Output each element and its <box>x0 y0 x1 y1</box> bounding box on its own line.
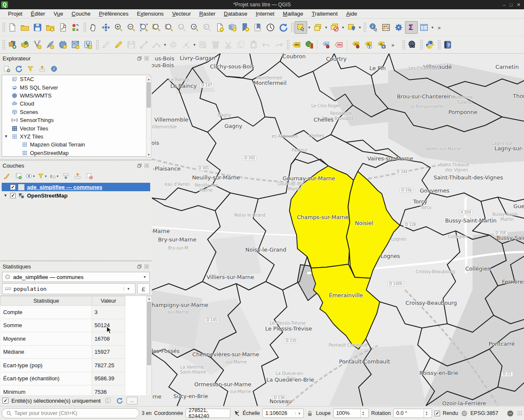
lock-scale-icon[interactable] <box>306 410 313 417</box>
explorer-properties-button[interactable]: i <box>49 64 59 74</box>
add-feature-dropdown[interactable]: ▼ <box>163 38 167 51</box>
browser-scrollbar[interactable]: ▲ ▼ <box>146 76 151 157</box>
new-shapefile-layer-button[interactable] <box>31 38 44 51</box>
toolbar-handle[interactable] <box>2 39 5 50</box>
deselect-features-dropdown[interactable]: ▼ <box>341 21 345 34</box>
filter-by-expression-button[interactable]: ε▼ <box>49 171 59 181</box>
explorer-collapse-all-button[interactable] <box>37 64 47 74</box>
menu-extensions[interactable]: Extensions <box>133 10 168 18</box>
project-open-button[interactable] <box>19 21 31 34</box>
browser-float-button[interactable] <box>136 55 142 61</box>
explorer-filter-button[interactable] <box>25 64 35 74</box>
chevron-down-icon[interactable]: ▼ <box>124 287 133 291</box>
toolbar-handle[interactable] <box>363 22 366 33</box>
data-source-manager-button[interactable] <box>6 38 19 51</box>
browser-item-vector-tiles[interactable]: Vector Tiles <box>2 124 150 132</box>
show-hidden-labels-button[interactable]: ab <box>363 38 375 51</box>
copy-statistics-button[interactable] <box>104 396 112 405</box>
browser-item-sensorthings[interactable]: SensorThings <box>2 116 150 124</box>
menu-diter[interactable]: Éditer <box>27 10 49 18</box>
zoom-last-button[interactable] <box>188 21 201 34</box>
new-virtual-layer-button[interactable] <box>82 38 95 51</box>
minimize-button[interactable]: – <box>503 2 505 8</box>
menu-vecteur[interactable]: Vecteur <box>168 10 194 18</box>
new-mesh-layer-button[interactable] <box>69 38 82 51</box>
style-manager-button[interactable]: a <box>69 21 82 34</box>
pan-map-button[interactable] <box>87 21 100 34</box>
show-bookmarks-button[interactable] <box>251 21 264 34</box>
open-attribute-table-dropdown[interactable]: ▼ <box>430 21 435 34</box>
select-by-location-dropdown[interactable]: ▼ <box>358 21 362 34</box>
toolbar-handle[interactable] <box>402 39 405 50</box>
vertex-tool-dropdown[interactable]: ▼ <box>192 38 197 51</box>
map-canvas[interactable]: us-Boisous-BoisLivry-GarganCoubronCourtr… <box>152 54 524 406</box>
coordinate-input[interactable]: 278521, 6244240 <box>186 409 230 418</box>
stats-column-header[interactable]: Statistique <box>1 296 92 306</box>
select-features-by-value-dropdown[interactable]: ▼ <box>324 21 328 34</box>
new-geopackage-layer-button[interactable] <box>19 38 31 51</box>
expander-icon[interactable]: ▼ <box>3 193 8 198</box>
statistics-field-combo[interactable]: 123 population ▼ <box>2 283 135 294</box>
resize-grip[interactable] <box>517 411 522 416</box>
zoom-in-button[interactable] <box>112 21 125 34</box>
expand-all-button[interactable] <box>61 171 71 181</box>
toolbar-handle[interactable] <box>419 39 423 50</box>
menu-vue[interactable]: Vue <box>50 10 67 18</box>
statistics-options-button[interactable]: … <box>127 397 138 404</box>
menu-database[interactable]: Database <box>220 10 251 18</box>
menu-traitement[interactable]: Traitement <box>308 10 342 18</box>
metasearch-button[interactable] <box>406 38 419 51</box>
zoom-full-button[interactable] <box>138 21 150 34</box>
browser-item-openstreetmap[interactable]: OpenStreetMap <box>2 149 150 157</box>
messages-icon[interactable] <box>507 410 514 417</box>
statistics-float-button[interactable] <box>136 263 142 269</box>
browser-item-wms-wmts[interactable]: WMS/WMTS <box>2 92 150 100</box>
scale-combo[interactable]: 1:106026▼ <box>262 409 304 418</box>
add-group-button[interactable] <box>14 171 24 181</box>
locator-search-input[interactable]: Taper pour trouver (Ctrl+K) <box>2 408 139 418</box>
toolbar-handle[interactable] <box>2 22 5 33</box>
project-save-button[interactable] <box>31 21 44 34</box>
statistics-scrollbar[interactable]: ▲ ▼ <box>146 296 152 398</box>
statistical-summary-button[interactable]: Σ <box>405 21 418 34</box>
selected-features-only-checkbox[interactable]: ✓ <box>3 398 8 404</box>
run-feature-action-button[interactable] <box>380 21 392 34</box>
zoom-to-selection-button[interactable] <box>150 21 163 34</box>
expression-builder-button[interactable]: ε <box>137 283 150 294</box>
select-features-dropdown[interactable]: ▼ <box>307 21 311 34</box>
close-button[interactable]: ✕ <box>517 2 521 8</box>
explorer-refresh-button[interactable] <box>14 64 24 74</box>
toolbar-handle[interactable] <box>286 39 289 50</box>
statistics-close-button[interactable] <box>143 263 149 269</box>
toolbar-handle[interactable] <box>290 22 294 33</box>
browser-close-button[interactable] <box>143 55 149 61</box>
layer-visibility-checkbox[interactable]: ✓ <box>10 184 16 190</box>
layer-item-openstreetmap[interactable]: ▼✓OpenStreetMap <box>2 191 150 200</box>
menu-prfrences[interactable]: Préférences <box>95 10 132 18</box>
open-attribute-table-button[interactable] <box>418 21 430 34</box>
magnifier-spinbox[interactable]: 100%▲▼ <box>333 409 369 418</box>
browser-item-mapzen-global-terrain[interactable]: Mapzen Global Terrain <box>2 141 150 149</box>
zoom-out-button[interactable] <box>125 21 138 34</box>
manage-map-themes-button[interactable]: ▼ <box>25 171 35 181</box>
layers-float-button[interactable] <box>136 163 142 168</box>
browser-item-xyz-tiles[interactable]: ▼XYZ Tiles <box>2 133 150 141</box>
recalculate-statistics-button[interactable] <box>115 396 124 405</box>
browser-item-cloud[interactable]: Cloud <box>2 100 150 108</box>
menu-internet[interactable]: Internet <box>252 10 278 18</box>
pin-unpin-labels-button[interactable]: ab <box>350 38 363 51</box>
menu-maillage[interactable]: Maillage <box>279 10 307 18</box>
project-new-button[interactable] <box>6 21 19 34</box>
new-map-view-button[interactable] <box>213 21 226 34</box>
maximize-button[interactable]: □ <box>510 2 513 8</box>
layer-diagram-options-button[interactable] <box>303 38 316 51</box>
browser-item-stac[interactable]: STAC <box>2 75 150 83</box>
collapse-all-button[interactable] <box>73 171 83 181</box>
toolbar-handle[interactable] <box>95 39 99 50</box>
processing-toolbox-button[interactable] <box>392 21 405 34</box>
identify-features-button[interactable]: i <box>367 21 380 34</box>
menu-raster[interactable]: Raster <box>195 10 219 18</box>
labeling-overflow-button[interactable]: » <box>388 38 401 51</box>
pin-labels-diagrams-button[interactable]: ab <box>320 38 333 51</box>
crs-globe-icon[interactable] <box>461 410 468 417</box>
